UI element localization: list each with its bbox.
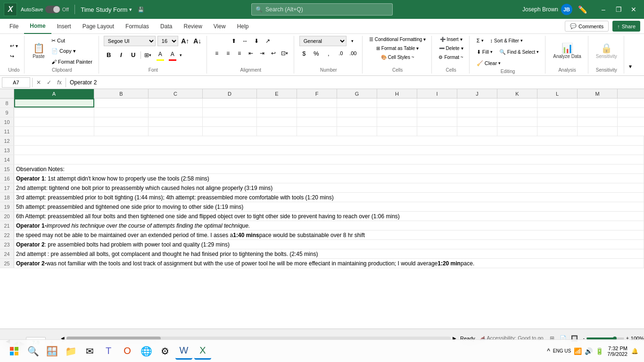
cell-J10[interactable] [457,117,497,126]
clock[interactable]: 7:32 PM 7/9/2022 [607,346,627,357]
format-button[interactable]: ⚙ Format ~ [437,54,465,61]
cell-J8[interactable] [457,99,497,107]
cell-D10[interactable] [203,117,257,126]
column-header-G[interactable]: G [337,89,377,99]
tab-file[interactable]: File [4,19,24,34]
enter-formula-button[interactable]: fx [55,78,64,87]
cell-K10[interactable] [497,117,537,126]
cell-E9[interactable] [257,108,297,117]
notification-button[interactable]: 🔔 [631,348,638,354]
comma-button[interactable]: , [323,48,334,58]
copy-button[interactable]: 📄 Copy ▾ [49,47,95,56]
column-header-H[interactable]: H [377,89,417,99]
taskbar-excel[interactable]: X [194,343,211,360]
align-top-button[interactable]: ⬆ [229,36,239,46]
font-color-button[interactable]: A [167,49,178,61]
currency-button[interactable]: $ [299,48,309,58]
column-header-A[interactable]: A [14,89,94,99]
cell-A18[interactable]: 3rd attempt: preassembled prior to bolt … [14,193,644,202]
cell-C10[interactable] [149,117,203,126]
underline-button[interactable]: U [128,50,139,60]
cell-D9[interactable] [203,108,257,117]
percent-button[interactable]: % [311,48,322,58]
cell-A23[interactable]: Operator 2: pre assembled bolts had prob… [14,240,644,249]
cell-D11[interactable] [203,127,257,136]
formula-input[interactable] [68,77,642,88]
cell-I11[interactable] [417,127,457,136]
align-bottom-button[interactable]: ⬇ [251,36,262,46]
orientation-button[interactable]: ↗ [263,36,273,46]
cell-L10[interactable] [537,117,578,126]
column-header-E[interactable]: E [257,89,297,99]
font-color-arrow[interactable]: ▾ [180,53,182,58]
cell-I9[interactable] [417,108,457,117]
cell-A19[interactable]: 5th attempt: preassembled and tightened … [14,202,644,211]
font-size-select[interactable]: 16 [157,36,178,46]
paste-button[interactable]: 📋 Paste [29,37,48,66]
autosum-button[interactable]: Σ ▾ [474,36,486,45]
wifi-icon[interactable]: 📶 [574,347,582,355]
pencil-icon[interactable]: ✏️ [578,5,587,14]
taskbar-mail[interactable]: ✉ [81,343,98,360]
tab-page-layout[interactable]: Page Layout [77,19,120,34]
sensitivity-button[interactable]: 🔒 Sensitivity [593,37,620,66]
cell-G10[interactable] [337,117,377,126]
column-header-M[interactable]: M [578,89,618,99]
number-format-select[interactable]: General [299,36,347,46]
chevron-up-icon[interactable]: ^ [547,347,550,355]
bold-button[interactable]: B [104,50,114,60]
align-left-button[interactable]: ≡ [212,48,222,58]
merge-center-button[interactable]: ⊡▾ [280,48,290,58]
clear-button[interactable]: 🧹 Clear ▾ [474,58,503,68]
cell-A8[interactable] [14,99,94,107]
fill-color-button[interactable]: A [155,49,165,61]
align-right-button[interactable]: ≡ [234,48,245,58]
autosave-toggle[interactable] [45,6,60,13]
cell-H11[interactable] [377,127,417,136]
cell-H9[interactable] [377,108,417,117]
cell-A17[interactable]: 2nd attempt: tightend one bolt prior to … [14,183,644,192]
language-indicator[interactable]: ENG US [553,348,571,354]
redo-button[interactable]: ↪ [8,52,20,61]
column-header-J[interactable]: J [457,89,497,99]
cell-K9[interactable] [497,108,537,117]
save-icon[interactable]: 💾 [138,7,144,13]
cell-L9[interactable] [537,108,578,117]
cell-C8[interactable] [149,99,203,107]
italic-button[interactable]: I [116,50,126,60]
increase-indent-button[interactable]: ⇥ [257,48,267,58]
undo-button[interactable]: ↩ ▾ [8,41,20,51]
start-button[interactable] [6,343,23,360]
search-box[interactable]: 🔍 Search (Alt+Q) [251,3,393,16]
sort-filter-button[interactable]: ↕ Sort & Filter ▾ [488,36,525,45]
conditional-formatting-button[interactable]: ☰ Conditional Formatting ▾ [367,36,428,43]
column-header-K[interactable]: K [497,89,537,99]
tab-insert[interactable]: Insert [51,19,77,34]
cell-G11[interactable] [337,127,377,136]
column-header-B[interactable]: B [94,89,149,99]
cell-H10[interactable] [377,117,417,126]
cell-F8[interactable] [297,99,337,107]
cell-A15[interactable]: Observation Notes: [14,165,644,173]
ribbon-collapse-button[interactable]: ▾ [625,61,636,72]
cell-B11[interactable] [94,127,149,136]
cell-F10[interactable] [297,117,337,126]
maximize-button[interactable]: ❐ [612,3,625,16]
insert-button[interactable]: ➕ Insert ▾ [438,36,464,43]
tab-formulas[interactable]: Formulas [120,19,155,34]
cell-E10[interactable] [257,117,297,126]
cell-A21[interactable]: Operator 1- improved his technique over … [14,221,644,230]
cell-A10[interactable] [14,117,94,126]
analyze-data-button[interactable]: 📊 Analyze Data [550,37,584,66]
decrease-font-button[interactable]: A↓ [192,36,203,46]
cell-B10[interactable] [94,117,149,126]
cell-C9[interactable] [149,108,203,117]
column-header-C[interactable]: C [149,89,203,99]
cell-A16[interactable]: Operator 1: 1st attempt didn't know how … [14,174,644,183]
battery-icon[interactable]: 🔋 [595,347,603,355]
taskbar-teams[interactable]: T [100,343,117,360]
format-as-table-button[interactable]: ⊞ Format as Table ▾ [374,45,421,52]
cell-E8[interactable] [257,99,297,107]
tab-help[interactable]: Help [231,19,255,34]
tab-home[interactable]: Home [24,19,51,34]
